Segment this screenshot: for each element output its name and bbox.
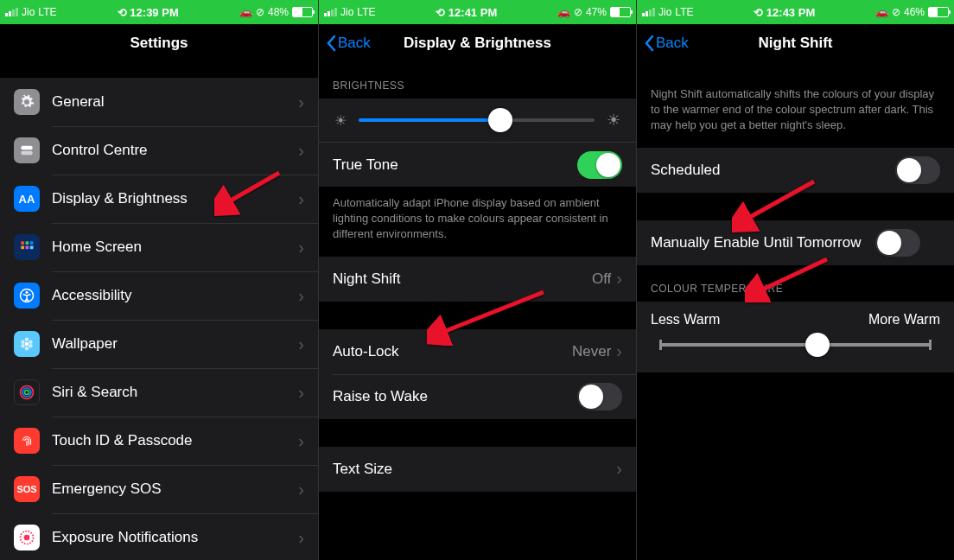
true-tone-note: Automatically adapt iPhone display based… <box>319 187 636 257</box>
hotspot-icon: ⟲ <box>436 6 445 19</box>
raise-to-wake-toggle[interactable] <box>577 383 622 410</box>
page-title: Settings <box>130 35 188 52</box>
chevron-right-icon: › <box>616 341 622 361</box>
row-value: Off <box>592 270 611 288</box>
chevron-right-icon: › <box>298 92 304 112</box>
row-exposure[interactable]: Exposure Notifications › <box>0 513 318 560</box>
battery-percent: 46% <box>904 6 925 18</box>
back-label: Back <box>656 35 689 52</box>
svg-rect-7 <box>30 246 34 250</box>
settings-list: General › Control Centre › AA Display & … <box>0 78 318 560</box>
back-button[interactable]: Back <box>326 35 371 52</box>
clock: 12:43 PM <box>766 6 815 19</box>
row-manual-enable: Manually Enable Until Tomorrow <box>637 220 954 265</box>
row-general[interactable]: General › <box>0 78 318 126</box>
signal-icon <box>5 8 18 16</box>
row-raise-to-wake: Raise to Wake <box>319 374 636 419</box>
carrier-label: Jio <box>658 6 671 18</box>
chevron-left-icon <box>326 35 336 52</box>
row-label: Exposure Notifications <box>52 529 298 546</box>
row-scheduled: Scheduled <box>637 148 954 193</box>
temperature-slider[interactable] <box>659 343 932 347</box>
car-icon: 🚗 <box>239 6 252 18</box>
row-label: Siri & Search <box>52 384 298 401</box>
row-label: Night Shift <box>333 270 592 288</box>
row-label: General <box>52 93 298 111</box>
screenshot-settings: Jio LTE ⟲ 12:39 PM 🚗 ⊘ 48% Settings Gene… <box>0 0 318 560</box>
group-header-temperature: COLOUR TEMPERATURE <box>637 265 954 302</box>
svg-rect-5 <box>21 246 24 250</box>
manual-enable-toggle[interactable] <box>875 229 920 257</box>
row-label: Manually Enable Until Tomorrow <box>651 234 875 251</box>
more-warm-label: More Warm <box>868 312 940 328</box>
chevron-right-icon: › <box>298 334 304 354</box>
row-label: Auto-Lock <box>333 343 572 360</box>
page-title: Display & Brightness <box>404 35 551 52</box>
chevron-left-icon <box>644 35 654 52</box>
signal-icon <box>642 8 655 16</box>
chevron-right-icon: › <box>298 480 304 500</box>
sun-small-icon: ☀︎ <box>334 112 347 129</box>
row-emergency-sos[interactable]: SOS Emergency SOS › <box>0 465 318 513</box>
scheduled-toggle[interactable] <box>895 156 940 184</box>
battery-percent: 47% <box>586 6 607 18</box>
row-display-brightness[interactable]: AA Display & Brightness › <box>0 175 318 223</box>
row-label: Accessibility <box>52 287 298 304</box>
row-auto-lock[interactable]: Auto-Lock Never › <box>319 329 636 374</box>
row-touch-id[interactable]: Touch ID & Passcode › <box>0 417 318 465</box>
row-label: Raise to Wake <box>333 388 577 405</box>
network-label: LTE <box>357 6 375 18</box>
svg-point-14 <box>25 347 29 351</box>
row-label: Emergency SOS <box>52 480 298 498</box>
svg-point-10 <box>25 342 29 347</box>
toggles-icon <box>14 137 40 163</box>
svg-point-18 <box>22 388 31 397</box>
row-siri-search[interactable]: Siri & Search › <box>0 368 318 417</box>
screenshot-night-shift: Jio LTE ⟲ 12:43 PM 🚗 ⊘ 46% Back Night Sh… <box>636 0 954 560</box>
nav-bar: Settings <box>0 24 318 62</box>
true-tone-toggle[interactable] <box>577 151 622 179</box>
svg-rect-1 <box>21 151 33 156</box>
row-night-shift[interactable]: Night Shift Off › <box>319 257 636 302</box>
row-true-tone: True Tone <box>319 142 636 187</box>
chevron-right-icon: › <box>298 141 304 161</box>
row-wallpaper[interactable]: Wallpaper › <box>0 320 318 368</box>
svg-point-13 <box>29 344 33 348</box>
brightness-slider[interactable] <box>359 118 595 122</box>
row-control-centre[interactable]: Control Centre › <box>0 126 318 175</box>
network-label: LTE <box>38 6 56 18</box>
battery-icon <box>292 7 313 17</box>
page-title: Night Shift <box>759 35 833 52</box>
hotspot-icon: ⟲ <box>118 6 127 19</box>
row-label: Touch ID & Passcode <box>52 432 298 449</box>
car-icon: 🚗 <box>557 6 570 18</box>
svg-point-15 <box>21 344 25 348</box>
siri-icon <box>14 379 40 405</box>
svg-point-16 <box>21 340 25 345</box>
carrier-label: Jio <box>22 6 35 18</box>
brightness-slider-row: ☀︎ ☀︎ <box>319 99 636 142</box>
row-label: Scheduled <box>651 162 895 179</box>
row-text-size[interactable]: Text Size › <box>319 447 636 492</box>
nav-bar: Back Night Shift <box>637 24 954 62</box>
chevron-right-icon: › <box>616 459 622 479</box>
chevron-right-icon: › <box>298 528 304 548</box>
flower-icon <box>14 331 40 357</box>
sun-large-icon: ☀︎ <box>607 111 620 130</box>
row-label: Home Screen <box>52 239 298 256</box>
text-size-icon: AA <box>14 186 40 212</box>
clock: 12:41 PM <box>448 6 497 19</box>
chevron-right-icon: › <box>298 189 304 209</box>
chevron-right-icon: › <box>298 238 304 258</box>
screenshot-display-brightness: Jio LTE ⟲ 12:41 PM 🚗 ⊘ 47% Back Display … <box>318 0 636 560</box>
hotspot-icon: ⟲ <box>754 6 763 19</box>
svg-point-12 <box>29 340 33 345</box>
svg-point-19 <box>25 391 29 395</box>
svg-point-21 <box>24 535 30 541</box>
row-home-screen[interactable]: Home Screen › <box>0 223 318 271</box>
status-bar: Jio LTE ⟲ 12:41 PM 🚗 ⊘ 47% <box>319 0 636 24</box>
rotation-lock-icon: ⊘ <box>256 6 264 18</box>
exposure-icon <box>14 525 40 550</box>
row-accessibility[interactable]: Accessibility › <box>0 271 318 320</box>
back-button[interactable]: Back <box>644 35 689 52</box>
